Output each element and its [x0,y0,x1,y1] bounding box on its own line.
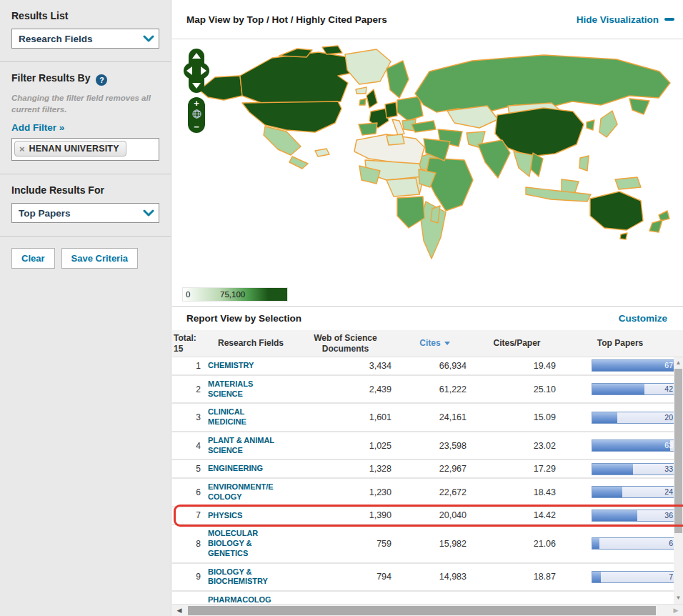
pan-right-icon[interactable] [201,66,206,75]
filter-section: Filter Results By ? Changing the filter … [0,62,171,174]
row-docs: 1,390 [294,510,397,520]
row-docs: 2,439 [294,384,397,394]
filter-chip[interactable]: × HENAN UNIVERSITY [14,141,126,157]
clear-button[interactable]: Clear [11,248,55,269]
row-cites-per-paper: 15.09 [472,412,562,422]
top-papers-bar: 67 [592,359,676,372]
row-cites: 61,222 [397,384,472,394]
row-rank: 2 [172,384,208,394]
row-docs: 794 [294,572,397,582]
table-row: 7 PHYSICS 1,390 20,040 14.42 36 [172,506,683,525]
row-top-papers: 24 [562,486,679,498]
top-papers-bar: 36 [592,510,676,522]
row-field-link[interactable]: PLANT & ANIMAL SCIENCE [208,434,274,457]
row-top-papers: 63 [562,439,679,452]
add-filter-link[interactable]: Add Filter » [11,122,64,133]
row-field-link[interactable]: MATERIALS SCIENCE [208,378,253,401]
row-field: CLINICAL MEDICINE [208,406,294,429]
top-papers-bar: 42 [592,383,676,395]
zoom-in-icon[interactable]: + [194,99,199,107]
top-papers-value: 63 [664,441,673,449]
collapse-minus-icon [664,18,674,21]
top-papers-bar-fill [592,538,599,549]
row-cites-per-paper: 23.02 [472,441,562,451]
vertical-scrollbar-thumb[interactable] [674,369,682,533]
row-field: MATERIALS SCIENCE [208,378,294,401]
filter-chip-label: HENAN UNIVERSITY [29,144,119,154]
row-field-link[interactable]: CHEMISTRY [208,359,254,372]
column-header-top-papers[interactable]: Top Papers [562,338,679,348]
row-field-link[interactable]: ENVIRONMENT/E COLOGY [208,481,274,504]
scroll-up-icon[interactable]: ▲ [674,359,683,367]
chevron-down-icon [143,32,154,45]
results-list-selected-value: Research Fields [19,34,93,44]
row-field-link[interactable]: ENGINEERING [208,462,263,475]
row-field: ENVIRONMENT/E COLOGY [208,481,294,504]
scroll-down-icon[interactable]: ▼ [674,594,683,602]
row-cites: 22,672 [397,487,472,497]
table-row: 1 CHEMISTRY 3,434 66,934 19.49 67 [172,357,683,374]
row-cites: 23,598 [397,441,472,451]
top-papers-bar-fill [592,384,644,394]
column-header-wos-documents[interactable]: Web of Science Documents [294,333,397,354]
row-field-link[interactable]: BIOLOGY & BIOCHEMISTRY [208,566,268,589]
column-header-research-fields[interactable]: Research Fields [208,338,294,348]
row-rank: 3 [172,412,208,422]
row-docs: 1,025 [294,441,397,451]
row-field-link[interactable]: CLINICAL MEDICINE [208,406,246,429]
results-list-select[interactable]: Research Fields [11,29,159,49]
row-cites-per-paper: 25.10 [472,384,562,394]
column-header-cites-per-paper[interactable]: Cites/Paper [472,338,562,348]
row-field-link[interactable]: MOLECULAR BIOLOGY & GENETICS [208,527,258,560]
total-count: Total: 15 [172,333,208,354]
world-map[interactable] [172,40,683,283]
top-papers-value: 6 [669,539,673,547]
main-panel: Map View by Top / Hot / Highly Cited Pap… [172,0,683,616]
hide-visualization-link[interactable]: Hide Visualization [577,14,674,25]
map-pan-control[interactable] [184,49,209,93]
chevron-down-icon [143,207,154,219]
table-row: 6 ENVIRONMENT/E COLOGY 1,230 22,672 18.4… [172,477,683,506]
customize-link[interactable]: Customize [619,313,667,324]
pan-up-icon[interactable] [192,53,201,59]
row-cites: 15,982 [397,539,472,549]
pan-left-icon[interactable] [186,66,192,75]
table-row: 5 ENGINEERING 1,328 22,967 17.29 33 [172,459,683,477]
horizontal-scrollbar-thumb[interactable] [188,606,656,615]
remove-filter-icon[interactable]: × [19,144,25,154]
top-papers-value: 36 [664,511,673,520]
row-field: CHEMISTRY [208,359,294,372]
save-criteria-button[interactable]: Save Criteria [61,248,139,269]
zoom-out-icon[interactable]: − [194,123,199,131]
map-zoom-control[interactable]: + − [188,97,205,133]
map-view-header: Map View by Top / Hot / Highly Cited Pap… [172,0,683,39]
scroll-left-icon[interactable]: ◀ [174,605,185,616]
table-row: 3 CLINICAL MEDICINE 1,601 24,161 15.09 2… [172,402,683,431]
include-results-select[interactable]: Top Papers [11,203,159,223]
row-docs: 1,230 [294,487,397,497]
row-cites-per-paper: 21.06 [472,539,562,549]
row-rank: 1 [172,361,208,371]
row-rank: 5 [172,464,208,474]
row-top-papers: 42 [562,383,679,395]
top-papers-value: 7 [669,572,673,581]
top-papers-value: 20 [664,413,673,422]
results-list-heading: Results List [11,10,159,21]
row-top-papers: 20 [562,412,679,424]
top-papers-bar: 24 [592,486,676,498]
pan-down-icon[interactable] [192,83,201,89]
help-icon[interactable]: ? [96,74,107,86]
top-papers-bar-fill [592,487,622,497]
row-rank: 6 [172,487,208,497]
row-rank: 4 [172,441,208,451]
top-papers-bar: 63 [592,439,676,452]
vertical-scrollbar[interactable]: ▲ ▼ [674,357,683,604]
row-field-link[interactable]: PHYSICS [208,510,242,522]
scroll-right-icon[interactable]: ▶ [670,605,682,616]
column-header-cites[interactable]: Cites [397,338,472,348]
globe-icon[interactable] [192,109,201,121]
filter-heading: Filter Results By ? [11,72,159,86]
row-rank: 7 [172,510,208,520]
horizontal-scrollbar[interactable]: ◀ ▶ [172,604,683,616]
row-cites-per-paper: 18.87 [472,572,562,582]
